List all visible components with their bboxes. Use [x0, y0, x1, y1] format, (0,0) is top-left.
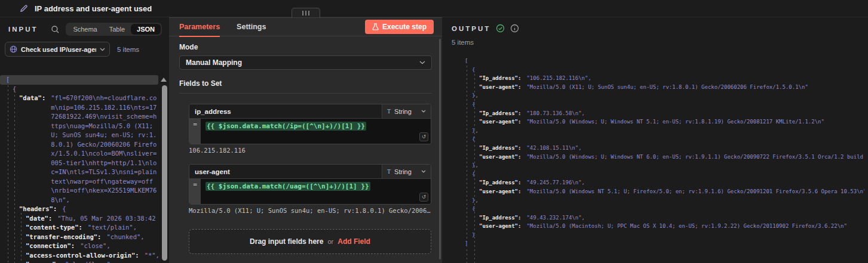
json-line: "access-control-allow-origin":"*", — [0, 251, 160, 261]
open-expression-editor-icon[interactable]: ↺ — [419, 193, 428, 202]
execute-step-label: Execute step — [382, 23, 427, 31]
node-detail-view: IP address and user-agent used INPUT Sch… — [0, 0, 868, 263]
json-line: "date":"Thu, 05 Mar 2026 03:38:42 GMT", — [0, 214, 160, 224]
field-card-ip-address: ip_address T String = {{ $json.data.matc… — [189, 104, 431, 144]
globe-icon — [10, 45, 17, 53]
json-line: "user-agent":"Mozilla/5.0 (Windows NT 5.… — [452, 187, 864, 196]
json-line: "headers":{ — [0, 205, 160, 214]
expression-text: {{ $json.data.match(/ip=([^\n]+)/)[1] }} — [206, 122, 366, 131]
node-title-bar: IP address and user-agent used — [0, 0, 868, 17]
json-line: { — [0, 85, 160, 94]
string-type-icon: T — [387, 168, 391, 175]
tab-schema[interactable]: Schema — [67, 24, 103, 35]
json-line: "connection":"close", — [0, 242, 160, 251]
json-line: "server":"cloudflare", — [0, 260, 160, 263]
expression-mode-gutter[interactable]: = — [189, 179, 201, 204]
input-panel-header: INPUT Schema Table JSON — [0, 17, 169, 37]
info-icon[interactable] — [510, 24, 519, 33]
expression-mode-gutter[interactable]: = — [189, 119, 201, 144]
chevron-down-icon — [421, 170, 426, 173]
input-panel-title: INPUT — [8, 26, 38, 33]
output-items-count: 5 items — [442, 33, 868, 46]
json-line: { — [452, 66, 864, 75]
field-type-select[interactable]: T String — [382, 165, 431, 178]
json-line: "user-agent":"Mozilla/5.0 (Windows; U; W… — [452, 153, 864, 162]
json-line: "Ip_address":"49.245.77.196\n", — [452, 178, 864, 187]
search-icon[interactable] — [51, 25, 60, 34]
fields-to-set-label: Fields to Set — [179, 79, 432, 88]
indent-guide — [474, 74, 475, 263]
mode-select-value: Manual Mapping — [186, 58, 242, 67]
json-line: "Ip_address":"180.73.136.58\n", — [452, 109, 864, 118]
indent-guide — [21, 213, 22, 263]
expression-result-preview: 106.215.182.116 — [189, 147, 431, 154]
json-line: { — [452, 100, 864, 109]
tab-table[interactable]: Table — [103, 24, 131, 35]
json-line: [ — [0, 75, 158, 85]
node-title[interactable]: IP address and user-agent used — [35, 4, 152, 13]
pencil-icon[interactable] — [20, 4, 28, 13]
mode-select[interactable]: Manual Mapping — [179, 55, 432, 70]
string-type-icon: T — [387, 108, 391, 115]
drag-input-fields-dropzone[interactable]: Drag input fields here or Add Field — [189, 229, 431, 254]
add-field-button[interactable]: Add Field — [338, 237, 370, 246]
parameters-tabs-row: Parameters Settings Execute step — [169, 18, 442, 36]
json-line: "Ip_address":"42.108.15.11\n", — [452, 144, 864, 153]
json-line: { — [452, 170, 864, 179]
field-card-user-agent: user-agent T String = {{ $json.data.matc… — [189, 164, 431, 205]
json-line: { — [452, 135, 864, 144]
json-line: ] — [452, 239, 864, 248]
expression-editor[interactable]: {{ $json.data.match(/ip=([^\n]+)/)[1] }} — [201, 119, 431, 144]
success-check-icon — [496, 24, 505, 33]
execute-step-button[interactable]: Execute step — [365, 20, 434, 34]
scroll-up-arrow[interactable] — [161, 78, 167, 82]
input-source-row: Check used IP/user-agent with 5 items — [0, 37, 169, 57]
parameters-scrollbar-thumb[interactable] — [439, 39, 441, 259]
field-type-select[interactable]: T String — [382, 104, 431, 118]
mode-label: Mode — [179, 43, 432, 51]
parameters-body: Mode Manual Mapping Fields to Set ip_add… — [169, 36, 442, 263]
input-panel: INPUT Schema Table JSON Check use — [0, 17, 169, 263]
dropzone-text: Drag input fields here — [250, 237, 323, 246]
tab-settings[interactable]: Settings — [237, 18, 266, 36]
expression-editor[interactable]: {{ $json.data.match(/uag=([^\n]+)/)[1] }… — [201, 179, 431, 204]
panel-drag-handle[interactable] — [292, 8, 320, 17]
json-line: { — [452, 205, 864, 214]
json-line: }, — [452, 196, 864, 205]
json-line: "data":"fl=670f200\nh=cloudflare.com\nip… — [0, 94, 160, 205]
flask-icon — [372, 23, 379, 30]
expression-result-preview: Mozilla/5.0 (X11; U; SunOS sun4u; en-US;… — [189, 207, 431, 214]
json-line: "Ip_address":"49.43.232.174\n", — [452, 214, 864, 222]
open-expression-editor-icon[interactable]: ↺ — [419, 132, 428, 141]
input-items-count: 5 items — [117, 46, 139, 53]
input-source-label: Check used IP/user-agent with — [21, 46, 96, 53]
field-name-input[interactable]: user-agent — [189, 165, 382, 178]
output-panel-header: OUTPUT — [442, 17, 868, 33]
input-view-tabs: Schema Table JSON — [66, 23, 162, 36]
output-panel-title: OUTPUT — [452, 25, 490, 32]
field-type-value: String — [394, 108, 418, 115]
output-json-viewer[interactable]: [{"Ip_address":"106.215.182.116\n","user… — [452, 57, 864, 263]
field-type-value: String — [394, 168, 418, 175]
output-panel: OUTPUT 5 items [{"Ip_address":"106.215.1… — [442, 17, 868, 263]
input-json-viewer[interactable]: [{"data":"fl=670f200\nh=cloudflare.com\n… — [0, 75, 160, 263]
tab-json[interactable]: JSON — [131, 24, 161, 35]
chevron-down-icon — [100, 48, 105, 51]
json-line: "user-agent":"Mozilla/5.0 (X11; U; SunOS… — [452, 83, 864, 92]
json-line: }, — [452, 91, 864, 100]
input-source-dropdown[interactable]: Check used IP/user-agent with — [5, 42, 110, 57]
indent-guide — [467, 66, 467, 263]
json-line: [ — [452, 57, 864, 66]
json-line: "Ip_address":"106.215.182.116\n", — [452, 74, 864, 83]
json-line: }, — [452, 126, 864, 135]
chevron-down-icon — [421, 110, 426, 113]
indent-guide — [8, 85, 8, 263]
expression-text: {{ $json.data.match(/uag=([^\n]+)/)[1] }… — [206, 182, 370, 191]
json-line: }, — [452, 161, 864, 170]
dropzone-or-text: or — [327, 238, 333, 245]
tab-parameters[interactable]: Parameters — [179, 18, 220, 36]
input-scrollbar-thumb[interactable] — [162, 85, 167, 261]
json-line: "user-agent":"Mozilla/5.0 (Macintosh; U;… — [452, 222, 864, 231]
field-name-input[interactable]: ip_address — [189, 104, 382, 118]
json-line: "user-agent":"Mozilla/5.0 (Windows; U; W… — [452, 117, 864, 126]
